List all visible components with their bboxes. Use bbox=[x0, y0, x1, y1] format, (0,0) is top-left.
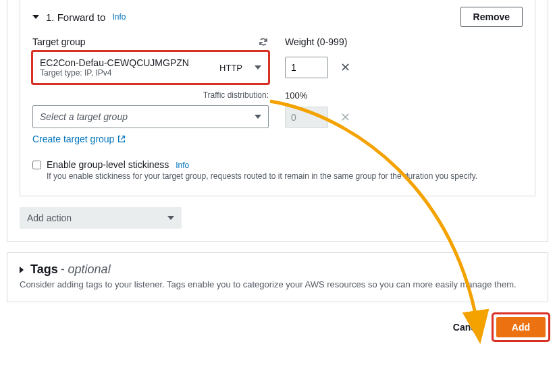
tags-description: Consider adding tags to your listener. T… bbox=[20, 279, 535, 289]
fields-row: Target group EC2Con-Defau-CEWQCUJMGPZN T… bbox=[32, 36, 523, 144]
add-action-label: Add action bbox=[27, 213, 72, 223]
target-group-selected-subtype: Target type: IP, IPv4 bbox=[40, 68, 189, 78]
target-group-column: Target group EC2Con-Defau-CEWQCUJMGPZN T… bbox=[32, 36, 269, 144]
target-group-protocol: HTTP bbox=[219, 63, 242, 73]
cancel-button[interactable]: Cancel bbox=[453, 322, 484, 333]
forward-header-left[interactable]: 1. Forward to Info bbox=[32, 11, 126, 23]
weight-label: Weight (0-999) bbox=[285, 36, 347, 47]
target-group-placeholder: Select a target group bbox=[40, 111, 128, 122]
stickiness-label: Enable group-level stickiness bbox=[47, 159, 169, 170]
forward-title: 1. Forward to bbox=[46, 11, 105, 23]
caret-down-icon bbox=[32, 15, 39, 19]
stickiness-row: Enable group-level stickiness Info If yo… bbox=[32, 159, 523, 181]
traffic-value: 100% bbox=[285, 90, 523, 101]
tags-header[interactable]: Tags - optional bbox=[20, 262, 535, 277]
refresh-icon[interactable] bbox=[258, 36, 269, 47]
traffic-distribution-label: Traffic distribution: bbox=[32, 90, 269, 100]
weight-column: Weight (0-999) ✕ 100% ✕ bbox=[285, 36, 523, 129]
add-action-select[interactable]: Add action bbox=[20, 207, 182, 229]
footer-row: Cancel Add bbox=[0, 302, 555, 347]
stickiness-desc: If you enable stickiness for your target… bbox=[47, 171, 477, 181]
stickiness-checkbox[interactable] bbox=[32, 161, 41, 169]
chevron-down-icon bbox=[255, 115, 261, 119]
create-target-group-link[interactable]: Create target group bbox=[32, 134, 126, 144]
remove-button[interactable]: Remove bbox=[460, 7, 523, 27]
tags-panel: Tags - optional Consider adding tags to … bbox=[7, 252, 548, 302]
forward-header-row: 1. Forward to Info Remove bbox=[32, 7, 523, 27]
add-button[interactable]: Add bbox=[496, 317, 546, 337]
action-config-panel: 1. Forward to Info Remove Target group bbox=[7, 0, 548, 242]
remove-weight-icon-disabled: ✕ bbox=[340, 110, 350, 125]
add-button-highlight: Add bbox=[494, 314, 548, 340]
tags-optional: - optional bbox=[61, 262, 111, 276]
chevron-down-icon bbox=[167, 216, 174, 220]
weight-input-secondary bbox=[285, 107, 328, 128]
external-link-icon bbox=[117, 134, 126, 144]
chevron-down-icon bbox=[255, 65, 261, 69]
create-target-group-text: Create target group bbox=[32, 134, 114, 144]
remove-weight-icon[interactable]: ✕ bbox=[340, 60, 350, 75]
tags-title: Tags bbox=[30, 262, 58, 276]
weight-input-primary[interactable] bbox=[285, 57, 328, 78]
target-group-selected-name: EC2Con-Defau-CEWQCUJMGPZN bbox=[40, 57, 189, 68]
target-group-select-secondary[interactable]: Select a target group bbox=[32, 105, 269, 128]
target-group-select-primary[interactable]: EC2Con-Defau-CEWQCUJMGPZN Target type: I… bbox=[32, 51, 269, 84]
forward-info-link[interactable]: Info bbox=[112, 12, 126, 22]
forward-action-panel: 1. Forward to Info Remove Target group bbox=[20, 0, 535, 196]
target-group-label: Target group bbox=[32, 36, 86, 47]
stickiness-info-link[interactable]: Info bbox=[176, 161, 189, 170]
target-group-label-row: Target group bbox=[32, 36, 269, 47]
caret-right-icon bbox=[20, 267, 24, 273]
